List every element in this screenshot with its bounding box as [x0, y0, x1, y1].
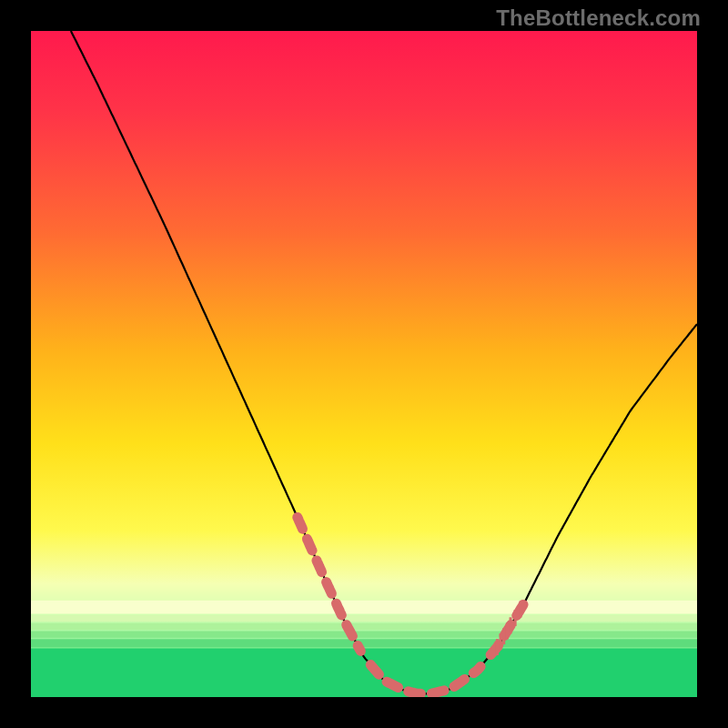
svg-rect-0 [31, 31, 697, 697]
watermark-text: TheBottleneck.com [496, 5, 701, 31]
svg-rect-5 [31, 639, 697, 647]
chart-svg [31, 31, 697, 697]
svg-rect-3 [31, 623, 697, 630]
chart-frame: TheBottleneck.com [0, 0, 728, 728]
svg-rect-4 [31, 632, 697, 638]
svg-rect-2 [31, 615, 697, 622]
plot-area [31, 31, 697, 697]
svg-rect-1 [31, 601, 697, 614]
